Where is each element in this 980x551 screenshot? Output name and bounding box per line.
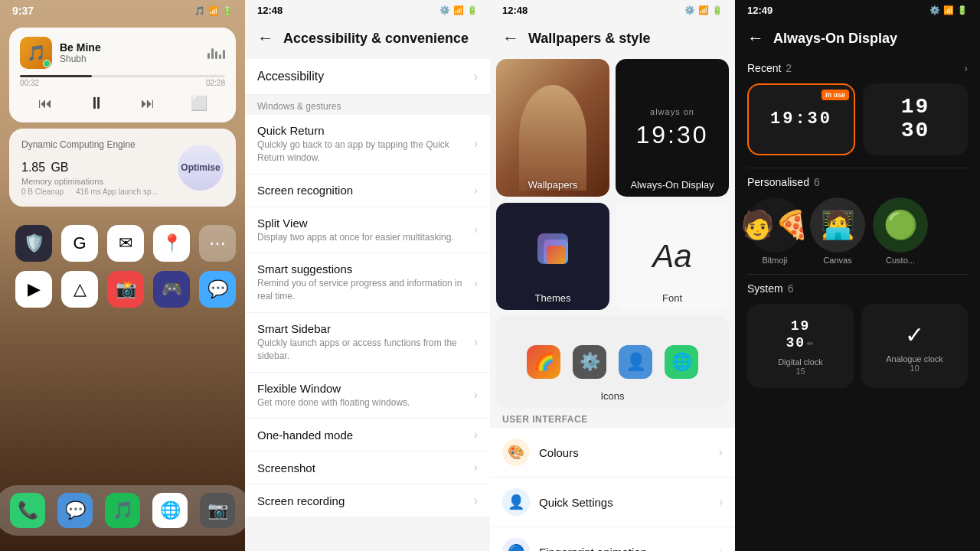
ui-menu-item-quick-settings[interactable]: 👤 Quick Settings ›	[490, 478, 735, 527]
prev-button[interactable]: ⏮	[38, 96, 52, 112]
avatar-canvas[interactable]: 🧑‍💻 Canvas	[810, 197, 865, 265]
wallpaper-label-aod: Always-On Display	[616, 179, 729, 191]
app-apps[interactable]: ⋯	[199, 225, 236, 262]
menu-item-screen-recording[interactable]: Screen recording ›	[245, 484, 490, 517]
ui-label-colours: Colours	[539, 446, 579, 459]
progress-fill	[20, 75, 92, 77]
digital-clock-display: 19 30 ✏️	[786, 318, 815, 351]
personalised-row: 🧑‍🍕 Bitmoji 🧑‍💻 Canvas 🟢 Custo...	[735, 194, 980, 274]
ui-menu-item-fingerprint[interactable]: 🔵 Fingerprint animation ›	[490, 527, 735, 551]
wallpaper-item-icons[interactable]: 🌈 ⚙️ 👤 🌐 Icons	[496, 316, 729, 408]
analogue-clock-label: Analogue clock	[886, 354, 943, 364]
back-button-p4[interactable]: ←	[747, 28, 764, 48]
menu-desc-smart-suggestions: Remind you of service progress and infor…	[257, 277, 474, 303]
wallpaper-item-themes[interactable]: Themes	[496, 203, 609, 310]
menu-item-smart-suggestions[interactable]: Smart suggestions Remind you of service …	[245, 253, 490, 313]
music-active-dot	[43, 60, 51, 67]
accessibility-panel: 12:48 ⚙️ 📶 🔋 ← Accessibility & convenien…	[245, 0, 490, 551]
wallpaper-item-wallpapers[interactable]: Wallpapers	[496, 59, 609, 197]
p3-title: Wallpapers & style	[528, 31, 650, 47]
cast-button[interactable]: ⬜	[191, 95, 207, 112]
accessibility-item[interactable]: Accessibility ›	[245, 59, 490, 95]
menu-item-flexible-window[interactable]: Flexible Window Get more done with float…	[245, 373, 490, 419]
p4-recent-section: Recent 2 ›	[735, 59, 980, 80]
analogue-clock-display: ✓	[905, 321, 924, 348]
app-guardian[interactable]: 🛡️	[15, 225, 52, 262]
app-gmail[interactable]: ✉	[107, 225, 144, 262]
recent-label: Recent	[747, 62, 781, 74]
menu-item-smart-sidebar[interactable]: Smart Sidebar Quickly launch apps or acc…	[245, 313, 490, 373]
optimise-button[interactable]: Optimise	[178, 145, 224, 191]
section-label-windows: Windows & gestures	[245, 95, 490, 115]
time-total: 02:28	[206, 79, 225, 87]
menu-desc-split-view: Display two apps at once for easier mult…	[257, 231, 474, 244]
memory-label: Dynamic Computing Engine	[21, 139, 168, 150]
music-card[interactable]: 🎵 Be Mine Shubh 00:32 02:28	[9, 28, 236, 122]
menu-title-smart-sidebar: Smart Sidebar	[257, 322, 474, 335]
p3-status-icons: ⚙️ 📶 🔋	[684, 5, 723, 15]
menu-item-screen-recognition[interactable]: Screen recognition ›	[245, 174, 490, 207]
chevron-icon-sb: ›	[474, 335, 478, 349]
menu-title-flexible-window: Flexible Window	[257, 382, 474, 395]
aod-clock-2-line1: 19	[901, 96, 930, 119]
menu-title-split-view: Split View	[257, 217, 474, 230]
quick-settings-icon-circle: 👤	[502, 488, 530, 516]
accessibility-title: Accessibility	[257, 70, 324, 83]
wallpaper-item-aod[interactable]: always on 19:30 Always-On Display	[616, 59, 729, 197]
dock-chrome[interactable]: 🌐	[152, 493, 188, 528]
p2-title: Accessibility & convenience	[283, 31, 469, 47]
menu-item-screenshot[interactable]: Screenshot ›	[245, 452, 490, 484]
see-all-button[interactable]: ›	[964, 62, 968, 74]
app-google[interactable]: G	[61, 225, 98, 262]
app-photo[interactable]: 📸	[107, 271, 144, 308]
p4-system-section: System 6	[735, 275, 980, 301]
app-chat[interactable]: 💬	[199, 271, 236, 308]
menu-title-screenshot: Screenshot	[257, 461, 474, 474]
dock-phone[interactable]: 📞	[10, 493, 45, 528]
app-youtube[interactable]: ▶	[15, 271, 52, 308]
menu-title-screen-recognition: Screen recognition	[257, 184, 474, 197]
personalised-count: 6	[814, 176, 820, 188]
wallpaper-item-font[interactable]: Aa Font	[616, 203, 729, 310]
dock-spotify[interactable]: 🎵	[105, 493, 140, 528]
avatar-label-bitmoji: Bitmoji	[762, 256, 787, 265]
status-bar-p3: 12:48 ⚙️ 📶 🔋	[490, 0, 735, 21]
avatar-custom[interactable]: 🟢 Custo...	[873, 197, 928, 265]
avatar-label-custom: Custo...	[886, 256, 915, 265]
aod-clock-1-time: 19:30	[770, 109, 832, 129]
next-button[interactable]: ⏭	[141, 96, 155, 112]
back-button-p3[interactable]: ←	[502, 28, 519, 48]
status-bar-home: 9:37 🎵 📶 🔋	[0, 0, 245, 21]
clock-card-1[interactable]: in use 19:30	[747, 83, 855, 155]
menu-item-one-handed[interactable]: One-handed mode ›	[245, 419, 490, 452]
menu-item-split-view[interactable]: Split View Display two apps at once for …	[245, 207, 490, 254]
clock-card-2[interactable]: 19 30	[863, 83, 968, 155]
dock-messages[interactable]: 💬	[57, 493, 93, 528]
p4-time: 12:49	[747, 5, 773, 16]
chevron-icon-sr: ›	[474, 184, 478, 197]
pause-button[interactable]: ⏸	[88, 93, 105, 113]
recent-count: 2	[786, 62, 792, 74]
music-info: Be Mine Shubh	[60, 41, 200, 64]
avatar-bitmoji[interactable]: 🧑‍🍕 Bitmoji	[747, 197, 802, 265]
dock-camera[interactable]: 📷	[200, 493, 235, 528]
wallpaper-grid: Wallpapers always on 19:30 Always-On Dis…	[496, 59, 729, 408]
p2-time: 12:48	[257, 5, 283, 16]
p4-title: Always-On Display	[773, 31, 897, 47]
ui-section-label: USER INTERFACE	[490, 408, 735, 428]
p4-personalised-section: Personalised 6	[735, 168, 980, 194]
app-maps[interactable]: 📍	[153, 225, 190, 262]
ui-menu-item-colours[interactable]: 🎨 Colours ›	[490, 428, 735, 478]
check-mark-icon: ✓	[905, 321, 924, 348]
app-gamepad[interactable]: 🎮	[153, 271, 190, 308]
digital-clock-card[interactable]: 19 30 ✏️ Digital clock 15	[747, 304, 854, 388]
app-drive[interactable]: △	[61, 271, 98, 308]
menu-desc-flexible-window: Get more done with floating windows.	[257, 396, 474, 409]
menu-desc-quick-return: Quickly go back to an app by tapping the…	[257, 139, 474, 165]
analogue-clock-card[interactable]: ✓ Analogue clock 10	[861, 304, 968, 388]
music-visualizer	[207, 47, 225, 59]
wallpaper-label-themes: Themes	[496, 292, 609, 304]
menu-item-quick-return[interactable]: Quick Return Quickly go back to an app b…	[245, 115, 490, 174]
back-button-p2[interactable]: ←	[257, 28, 274, 48]
memory-sub2: 0 B Cleanup 416 ms App launch sp...	[21, 187, 168, 196]
